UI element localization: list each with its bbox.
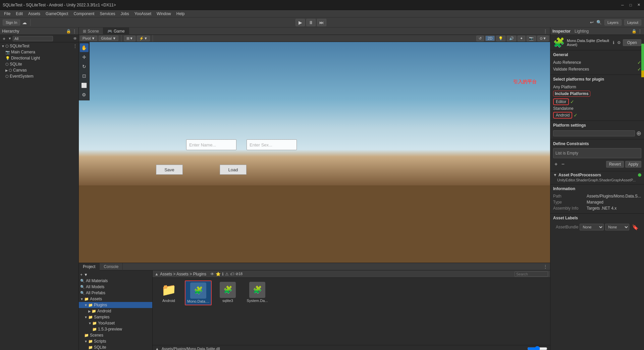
warn-icon[interactable]: ⚠ (225, 272, 229, 276)
2d-button[interactable]: 2D (485, 36, 495, 41)
file-tree-all-models[interactable]: 🔍 All Models (79, 284, 152, 290)
open-button[interactable]: Open (623, 39, 641, 46)
gizmo-btn[interactable]: ⊙▼ (537, 36, 549, 41)
hand-tool[interactable]: ✋ (80, 43, 89, 52)
menu-item-edit[interactable]: Edit (13, 11, 25, 17)
scene-more-icon[interactable]: ⋮ (541, 29, 550, 34)
menu-item-help[interactable]: Help (174, 11, 187, 17)
file-tree-plugins[interactable]: ▼ 📁 Plugins (79, 302, 152, 308)
menu-item-assets[interactable]: Assets (25, 11, 43, 17)
info-icon[interactable]: ℹ (222, 272, 224, 276)
revert-button[interactable]: Revert (606, 161, 624, 168)
platform-editor-check[interactable]: ✓ (570, 99, 574, 104)
menu-item-jobs[interactable]: Jobs (118, 11, 131, 17)
asset-bundle-select2[interactable]: None (605, 224, 629, 230)
zoom-slider[interactable] (527, 346, 547, 350)
menu-item-component[interactable]: Component (71, 11, 97, 17)
tab-scene[interactable]: ⊞ Scene (79, 28, 103, 35)
fx-btn[interactable]: ✦ (518, 36, 525, 41)
play-button[interactable]: ▶ (296, 19, 305, 26)
save-button[interactable]: Save (156, 165, 183, 175)
transform-tool[interactable]: ⚙ (80, 90, 89, 99)
file-tree-android[interactable]: ▶ 📁 Android (79, 308, 152, 314)
rotate-tool[interactable]: ↻ (80, 62, 89, 71)
add-constraint-button[interactable]: + (553, 161, 559, 167)
tree-root[interactable]: ▼ ⬡ SQLiteTest ⋮ (0, 43, 78, 49)
platform-settings-input[interactable] (553, 130, 635, 136)
tree-item-eventsystem[interactable]: ⬡ EventSystem (0, 73, 78, 79)
file-item-android[interactable]: 📁 Android (155, 280, 182, 305)
scale-tool[interactable]: ⊡ (80, 72, 89, 80)
hierarchy-search-input[interactable] (13, 36, 53, 41)
breadcrumb-plugins[interactable]: Assets > Plugins (176, 272, 206, 276)
file-tree-assets[interactable]: ▼ 📁 Assets (79, 296, 152, 302)
file-item-sqlite3[interactable]: 🧩 sqlite3 (214, 280, 241, 305)
asset-info-icon[interactable]: ℹ (613, 40, 614, 45)
tag-icon[interactable]: 🏷 (230, 272, 234, 276)
tree-item-dirlight[interactable]: 💡 Directional Light (0, 55, 78, 61)
file-tree-scenes[interactable]: 📁 Scenes (79, 332, 152, 338)
tab-console[interactable]: Console (100, 263, 123, 270)
asset-labels-icon[interactable]: 🔖 (632, 224, 639, 230)
close-button[interactable]: ✕ (636, 2, 641, 8)
tab-project[interactable]: Project (79, 263, 100, 270)
pause-button[interactable]: ⏸ (306, 19, 316, 26)
bottom-more-icon[interactable]: ⋮ (541, 264, 550, 269)
maximize-button[interactable]: □ (628, 2, 633, 8)
file-add-btn[interactable]: +▼ (79, 272, 152, 278)
platform-android-check[interactable]: ✓ (574, 113, 578, 118)
tree-item-maincamera[interactable]: 📷 Main Camera (0, 49, 78, 55)
more-icon[interactable]: ⋮ (72, 29, 76, 34)
add-dd-arrow[interactable]: ▼ (8, 37, 11, 40)
file-tree-scripts[interactable]: ▼ 📁 Scripts (79, 338, 152, 344)
snap-button[interactable]: ⚡▼ (137, 36, 150, 41)
up-arrow[interactable]: ▲ (155, 272, 159, 276)
minimize-button[interactable]: ─ (620, 2, 625, 8)
menu-item-file[interactable]: File (1, 11, 13, 17)
load-button[interactable]: Load (220, 165, 247, 175)
file-tree-all-prefabs[interactable]: 🔍 All Prefabs (79, 290, 152, 296)
lighting-tab-label[interactable]: Lighting (575, 29, 589, 34)
rotate-btn[interactable]: ↺ (476, 36, 484, 41)
undo-icon[interactable]: ↩ (590, 20, 594, 25)
audio-btn[interactable]: 🔊 (507, 36, 516, 41)
up-dir-icon[interactable]: ▲ (155, 347, 159, 350)
global-button[interactable]: Global ▼ (99, 36, 118, 41)
asset-bundle-select1[interactable]: None (580, 224, 604, 230)
auto-reference-check[interactable]: ✓ (637, 60, 641, 65)
sex-input[interactable]: Enter Sex... (247, 139, 297, 150)
apply-button[interactable]: Apply (625, 161, 641, 168)
move-tool[interactable]: ✛ (80, 53, 89, 61)
camera-btn[interactable]: 📷 (527, 36, 536, 41)
pivot-button[interactable]: Pivot ▼ (80, 36, 97, 41)
layout-button[interactable]: Layout (624, 19, 641, 26)
menu-item-services[interactable]: Services (97, 11, 118, 17)
menu-item-yooasset[interactable]: YooAsset (132, 11, 154, 17)
tab-game[interactable]: 🎮 Game (103, 28, 129, 35)
star-icon[interactable]: ⭐ (216, 272, 221, 276)
file-item-monodata[interactable]: 🧩 Mono.Data.... (185, 280, 212, 305)
grid-button[interactable]: ⊞▼ (124, 36, 136, 41)
more-options-icon[interactable]: ⋮ (73, 44, 77, 48)
tree-item-canvas[interactable]: ▶ ⬡ Canvas (0, 67, 78, 73)
step-button[interactable]: ⏭ (317, 19, 326, 26)
asset-settings-icon[interactable]: ⚙ (617, 40, 621, 45)
name-input[interactable]: Enter Name... (186, 139, 236, 150)
sign-in-button[interactable]: Sign In (3, 19, 20, 26)
file-tree-samples[interactable]: ▼ 📁 Samples (79, 314, 152, 320)
tree-item-sqlite[interactable]: ⬡ SQLite (0, 61, 78, 67)
asset-post-header[interactable]: ▼ Asset PostProcessors (553, 173, 641, 177)
eye-icon2[interactable]: 👁 (210, 272, 214, 276)
add-gameobject-button[interactable]: + (1, 36, 7, 41)
rect-tool[interactable]: ⬜ (80, 81, 89, 90)
menu-item-window[interactable]: Window (154, 11, 174, 17)
layers-button[interactable]: Layers (604, 19, 622, 26)
file-tree-sqlite-scripts[interactable]: 📁 SQLite (79, 344, 152, 350)
file-search-input[interactable] (515, 271, 548, 277)
file-tree-all-materials[interactable]: 🔍 All Materials (79, 278, 152, 284)
inspector-more-icon[interactable]: ⋮ (638, 29, 642, 34)
validate-references-check[interactable]: ✓ (637, 67, 641, 72)
file-tree-yooasset[interactable]: ▼ 📁 YooAsset (79, 320, 152, 326)
remove-constraint-button[interactable]: − (560, 161, 566, 167)
menu-item-gameobject[interactable]: GameObject (43, 11, 71, 17)
